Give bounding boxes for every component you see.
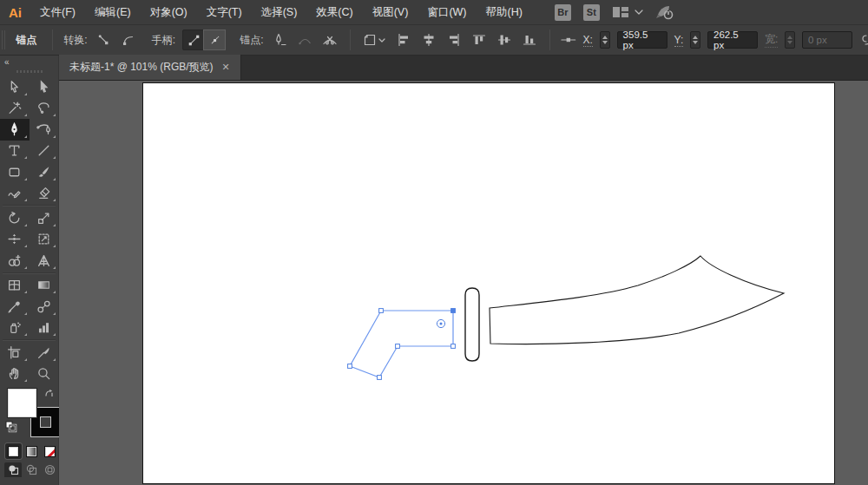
align-right-button[interactable] [444,29,463,50]
knife-blade-shape[interactable] [490,256,784,344]
draw-normal-button[interactable] [4,462,22,477]
anchor-point[interactable] [348,364,352,369]
anchor-panel-label: 锚点 [16,33,36,48]
x-value-field[interactable]: 359.5 px [617,31,667,49]
handles-label: 手柄: [152,33,175,48]
anchor-point[interactable] [396,344,400,349]
swap-fill-stroke-icon[interactable] [43,388,55,399]
x-coordinate-label[interactable]: X: [583,34,593,47]
menu-window[interactable]: 窗口(W) [418,0,476,25]
width-stepper [785,31,795,49]
fill-swatch[interactable] [8,389,36,417]
chevron-down-icon [378,38,385,43]
convert-to-corner-button[interactable] [95,29,113,50]
canvas[interactable] [59,81,868,485]
anchor-point[interactable] [379,309,384,313]
align-left-button[interactable] [394,29,412,50]
x-stepper[interactable] [600,31,610,49]
anchors-label: 锚点: [240,33,263,48]
tool-rectangle[interactable] [0,161,30,183]
document-tab[interactable]: 未标题-1* @ 101% (RGB/预览) ✕ [59,55,241,80]
link-dimensions-icon[interactable] [861,33,868,47]
tool-magic-wand[interactable] [0,98,30,120]
tool-scale[interactable] [30,207,59,229]
tool-free-transform[interactable] [30,229,59,251]
tool-perspective-grid[interactable] [30,250,59,272]
convert-to-smooth-button[interactable] [120,29,138,50]
tool-eraser[interactable] [30,183,59,205]
show-handles-button[interactable] [183,30,204,49]
menu-type[interactable]: 文字(T) [197,0,252,25]
workspace-layout-icon [612,6,629,18]
tool-hand[interactable] [0,364,30,385]
y-value-field[interactable]: 262.5 px [707,31,758,49]
document-tab-title: 未标题-1* @ 101% (RGB/预览) [69,60,214,75]
pen-minus-icon [273,33,287,48]
tool-line-segment[interactable] [30,141,59,162]
menu-file[interactable]: 文件(F) [30,0,85,25]
tool-eyedropper[interactable] [0,296,30,318]
tool-lasso[interactable] [30,98,59,120]
menu-effect[interactable]: 效果(C) [306,0,362,25]
none-button[interactable] [42,443,58,459]
chevron-down-icon [635,10,643,15]
tool-type[interactable] [0,141,30,162]
align-top-button[interactable] [470,29,488,50]
anchor-point[interactable] [378,376,382,380]
bridge-button[interactable]: Br [555,4,571,21]
draw-inside-button[interactable] [41,462,58,477]
tool-width[interactable] [0,229,30,251]
tool-blend[interactable] [30,296,59,318]
tool-direct-selection[interactable] [0,76,30,98]
workspace-switcher[interactable] [612,6,643,18]
tool-shape-builder[interactable] [0,250,30,272]
draw-behind-button[interactable] [23,462,40,477]
illustrator-logo: Ai [7,5,30,20]
tool-pen[interactable] [0,119,30,141]
tool-column-graph[interactable] [30,318,59,339]
panel-grip[interactable] [2,30,7,49]
align-center-vertical-button[interactable] [496,29,514,50]
tool-zoom[interactable] [30,364,59,385]
collapse-panel-icon[interactable]: « [4,57,10,67]
menu-edit[interactable]: 编辑(E) [85,0,141,25]
cut-path-button[interactable] [321,29,339,50]
menu-bar: Ai 文件(F) 编辑(E) 对象(O) 文字(T) 选择(S) 效果(C) 视… [0,0,868,25]
separator [549,29,550,50]
menu-select[interactable]: 选择(S) [252,0,307,25]
cut-path-scissors-icon [322,33,338,48]
tools-panel-grip[interactable] [0,68,58,75]
separator [52,29,53,50]
menu-object[interactable]: 对象(O) [141,0,197,25]
menu-help[interactable]: 帮助(H) [477,0,532,25]
anchor-point[interactable] [451,344,456,349]
tool-paintbrush[interactable] [30,161,59,183]
anchor-point-selected[interactable] [451,309,456,313]
tool-shaper[interactable] [0,183,30,205]
remove-anchor-button[interactable] [271,29,289,50]
menu-view[interactable]: 视图(V) [363,0,418,25]
gpu-performance-icon[interactable] [655,4,674,20]
tool-symbol-sprayer[interactable] [0,318,30,339]
hide-handles-button[interactable] [204,30,225,49]
tool-slice[interactable] [30,342,59,364]
close-tab-icon[interactable]: ✕ [222,62,230,73]
tool-mesh[interactable] [0,275,30,297]
y-coordinate-label[interactable]: Y: [674,34,684,47]
align-to-selector[interactable] [361,29,387,50]
knife-guard-shape[interactable] [465,288,479,361]
tool-rotate[interactable] [0,207,30,229]
tool-artboard[interactable] [0,342,30,364]
y-stepper[interactable] [690,31,700,49]
tool-curvature[interactable] [30,119,59,141]
align-bottom-button[interactable] [521,29,539,50]
tool-selection[interactable] [30,76,59,98]
align-center-horizontal-button[interactable] [419,29,437,50]
convert-smooth-icon [122,33,135,47]
color-button[interactable] [5,443,22,459]
stock-button[interactable]: St [583,4,600,21]
knife-handle-path[interactable] [350,311,453,377]
gradient-button[interactable] [23,443,40,459]
default-fill-stroke-icon[interactable] [5,421,17,433]
tool-gradient[interactable] [30,275,59,297]
